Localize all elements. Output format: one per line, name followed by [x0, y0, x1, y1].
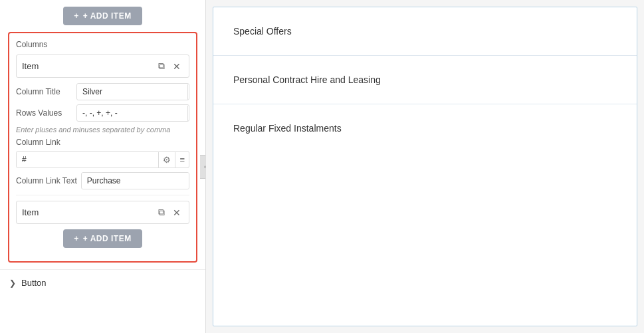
right-row-2-label: Personal Contract Hire and Leasing	[233, 74, 381, 85]
plus-icon: +	[74, 11, 79, 21]
close-icon: ✕	[173, 61, 181, 72]
divider	[16, 195, 189, 195]
copy-icon-2: ⧉	[158, 207, 165, 218]
item-2-row: Item ⧉ ✕	[16, 201, 189, 224]
column-title-input[interactable]	[77, 84, 187, 100]
column-link-label: Column Link	[16, 138, 72, 147]
item-1-copy-button[interactable]: ⧉	[156, 59, 167, 73]
item-2-close-button[interactable]: ✕	[170, 205, 183, 219]
right-row-3: Regular Fixed Instalments	[213, 104, 637, 152]
gear-icon: ⚙	[163, 155, 171, 165]
add-item-label: + ADD ITEM	[83, 11, 132, 21]
column-link-text-group: Column Link Text ≡	[16, 172, 189, 189]
column-link-input[interactable]	[17, 152, 158, 167]
item-1-close-button[interactable]: ✕	[170, 59, 183, 73]
item-1-row: Item ⧉ ✕	[16, 55, 189, 78]
rows-values-group: Rows Values ≡	[16, 104, 189, 122]
top-add-item-button[interactable]: + + ADD ITEM	[63, 7, 142, 25]
column-link-text-input-wrapper: ≡	[81, 172, 189, 189]
button-section: ❯ Button	[0, 269, 205, 296]
right-row-2: Personal Contract Hire and Leasing	[213, 56, 637, 104]
columns-box: Columns Item ⧉ ✕ Column Title ≡	[8, 32, 197, 263]
menu-icon-3: ≡	[179, 155, 185, 165]
add-item2-label: + ADD ITEM	[83, 234, 132, 243]
column-title-label: Column Title	[16, 87, 72, 96]
column-title-group: Column Title ≡	[16, 83, 189, 100]
right-row-3-label: Regular Fixed Instalments	[233, 123, 342, 134]
right-row-1: Special Offers	[213, 7, 637, 56]
plus-icon-2: +	[74, 234, 79, 243]
column-title-menu-btn[interactable]: ≡	[187, 84, 189, 100]
column-link-menu-btn[interactable]: ≡	[175, 152, 189, 167]
columns-label: Columns	[16, 40, 189, 49]
column-link-group: Column Link	[16, 138, 189, 147]
column-link-input-group: ⚙ ≡	[16, 151, 189, 168]
item-1-actions: ⧉ ✕	[156, 59, 183, 73]
rows-values-input[interactable]	[77, 105, 187, 121]
column-link-text-label: Column Link Text	[16, 176, 77, 185]
button-section-label: Button	[21, 278, 47, 288]
chevron-left-icon: ❮	[203, 162, 206, 171]
right-panel: Special Offers Personal Contract Hire an…	[213, 7, 637, 326]
column-link-input-wrapper: ⚙ ≡	[16, 151, 189, 168]
collapse-handle[interactable]: ❮	[200, 155, 206, 179]
left-panel: + + ADD ITEM Columns Item ⧉ ✕ Column Tit…	[0, 0, 206, 333]
rows-values-input-wrapper: ≡	[76, 104, 189, 122]
column-link-gear-btn[interactable]: ⚙	[158, 152, 175, 167]
hint-text: Enter pluses and minuses separated by co…	[16, 126, 189, 134]
column-title-input-wrapper: ≡	[76, 83, 189, 100]
bottom-add-item-button[interactable]: + + ADD ITEM	[63, 229, 142, 248]
item-1-label: Item	[22, 61, 156, 71]
rows-values-menu-btn[interactable]: ≡	[187, 106, 189, 121]
column-link-text-input[interactable]	[82, 173, 189, 189]
item-2-actions: ⧉ ✕	[156, 205, 183, 219]
button-chevron-icon: ❯	[9, 278, 16, 288]
copy-icon: ⧉	[158, 60, 165, 72]
rows-values-label: Rows Values	[16, 108, 72, 118]
item-2-copy-button[interactable]: ⧉	[156, 205, 167, 219]
item-2-label: Item	[22, 207, 156, 217]
close-icon-2: ✕	[173, 207, 181, 218]
right-row-1-label: Special Offers	[233, 26, 292, 37]
